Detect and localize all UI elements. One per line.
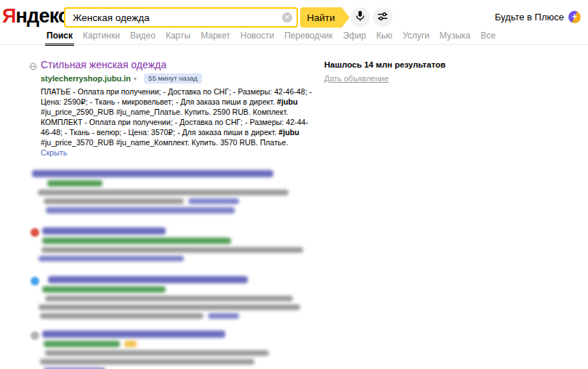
blurred-text-line — [39, 256, 314, 261]
grey-favicon-icon — [31, 331, 39, 340]
tab-video[interactable]: Видео — [130, 31, 156, 41]
tab-uslugi[interactable]: Услуги — [403, 31, 430, 41]
search-result-1: Стильная женская одежда stylecherryshop.… — [29, 58, 314, 158]
plus-icon: + — [568, 11, 581, 23]
url-dropdown-arrow-icon[interactable]: ▾ — [134, 76, 137, 82]
result-url-row: stylecherryshop.jubu.in ▾ 55 минут назад — [41, 73, 314, 84]
blurred-segment — [45, 296, 293, 301]
tab-kyu[interactable]: Кью — [376, 31, 392, 41]
blue-favicon-icon — [31, 277, 39, 285]
snippet-text: #jubu — [277, 97, 297, 106]
blurred-result-4[interactable] — [29, 276, 314, 319]
result-url-link[interactable]: stylecherryshop.jubu.in — [41, 74, 131, 83]
filter-sliders-icon — [377, 12, 388, 23]
blurred-result-2[interactable] — [29, 170, 314, 214]
tab-perevodchik[interactable]: Переводчик — [284, 31, 333, 41]
header: Яндекс ✕ Найти Будьте в Плюсе + Пои — [0, 0, 588, 44]
plus-subscription-link[interactable]: Будьте в Плюсе + — [495, 11, 581, 23]
place-ad-link[interactable]: Дать объявление — [324, 74, 389, 83]
blurred-text-line — [41, 247, 314, 253]
blurred-text-line — [45, 296, 314, 301]
results-column: Стильная женская одежда stylecherryshop.… — [29, 58, 314, 369]
logo-rest: ндекс — [16, 5, 69, 27]
blurred-text-line — [39, 304, 314, 310]
blurred-text-line — [40, 359, 314, 365]
search-settings-button[interactable] — [373, 7, 392, 27]
plus-label: Будьте в Плюсе — [495, 12, 564, 23]
hide-snippet-link[interactable]: Скрыть — [41, 148, 67, 157]
blurred-text-line — [40, 313, 314, 319]
blurred-result-3[interactable] — [29, 227, 314, 261]
result-snippet: ПЛАТЬЕ - Оплата при получении; - Доставк… — [41, 86, 315, 158]
blurred-text-line — [42, 238, 314, 244]
clear-search-icon[interactable]: ✕ — [282, 12, 292, 23]
blurred-segment — [46, 207, 235, 214]
blurred-segment — [42, 227, 166, 235]
yandex-logo[interactable]: Яндекс — [2, 5, 68, 28]
blurred-segment — [188, 198, 239, 204]
blurred-segment — [40, 359, 254, 365]
snippet-text: #jubu — [278, 128, 299, 137]
blurred-segment — [48, 276, 248, 283]
results-count: Нашлось 14 млн результатов — [324, 60, 491, 69]
blurred-text-line — [42, 286, 314, 293]
blurred-segment — [42, 331, 225, 338]
blurred-segment — [32, 170, 273, 177]
tab-novosti[interactable]: Новости — [241, 31, 274, 41]
blurred-text-line — [46, 207, 314, 214]
blurred-segment — [44, 198, 184, 204]
blurred-text-line — [45, 350, 314, 356]
blurred-segment — [42, 286, 166, 293]
voice-search-button[interactable] — [350, 7, 370, 27]
blurred-text-line — [47, 180, 314, 187]
snippet-text: #ju_price_2590_RUB #ju_name_Платье. Купи… — [41, 108, 308, 137]
blurred-segment — [40, 313, 204, 319]
main-content: Стильная женская одежда stylecherryshop.… — [29, 58, 588, 369]
blurred-segment — [42, 238, 231, 244]
tab-vse[interactable]: Все — [480, 31, 496, 41]
blurred-segment — [208, 313, 239, 319]
blurred-segment — [44, 341, 120, 347]
blurred-segment — [39, 304, 300, 310]
blurred-result-5[interactable] — [29, 331, 314, 369]
red-favicon-icon — [31, 228, 39, 237]
blurred-text-line — [42, 331, 314, 338]
blurred-segment — [45, 350, 269, 356]
tab-kartinki[interactable]: Картинки — [83, 31, 120, 41]
header-divider — [0, 44, 588, 45]
tab-efir[interactable]: Эфир — [343, 31, 366, 41]
blurred-results — [29, 170, 314, 369]
tab-market[interactable]: Маркет — [201, 31, 230, 41]
result-time-badge: 55 минут назад — [144, 73, 202, 84]
blurred-text-line — [44, 341, 314, 347]
globe-favicon-icon — [29, 60, 37, 73]
nav-tabs: ПоискКартинкиВидеоКартыМаркетНовостиПере… — [47, 31, 496, 41]
blurred-segment — [47, 180, 102, 187]
blurred-text-line — [48, 276, 314, 283]
blurred-text-line — [32, 170, 314, 177]
tab-karty[interactable]: Карты — [166, 31, 190, 41]
blurred-text-line — [42, 227, 314, 235]
snippet-text: #ju_price_3570_RUB #ju_name_Комплект. Ку… — [41, 138, 288, 147]
result-title-link[interactable]: Стильная женская одежда — [41, 59, 166, 70]
logo-first-letter: Я — [2, 5, 16, 27]
blurred-text-line — [38, 190, 314, 195]
blurred-text-line — [44, 198, 314, 204]
search-input[interactable] — [64, 7, 298, 28]
blurred-segment — [39, 256, 184, 261]
microphone-icon — [355, 10, 365, 24]
tab-poisk[interactable]: Поиск — [47, 31, 73, 41]
tab-muzyka[interactable]: Музыка — [440, 31, 470, 41]
search-box: ✕ — [64, 7, 298, 28]
blurred-segment — [41, 247, 303, 253]
blurred-segment — [38, 190, 289, 195]
snippet-text: ПЛАТЬЕ - Оплата при получении; - Доставк… — [41, 87, 312, 106]
results-info-column: Нашлось 14 млн результатов Дать объявлен… — [324, 58, 491, 369]
search-button[interactable]: Найти — [300, 7, 342, 28]
blurred-segment — [124, 341, 137, 347]
